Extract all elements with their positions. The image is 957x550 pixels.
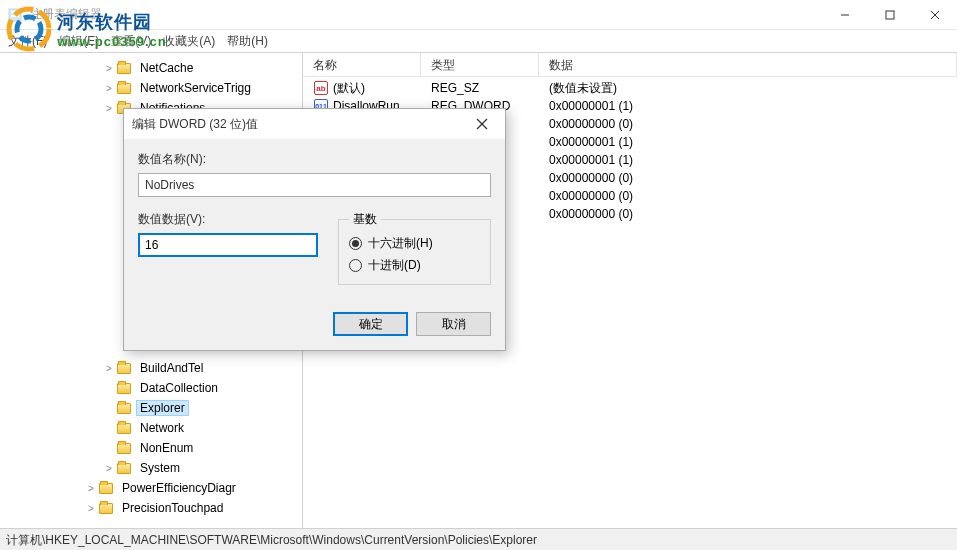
- header-name[interactable]: 名称: [303, 53, 421, 76]
- header-type[interactable]: 类型: [421, 53, 539, 76]
- tree-label: NetworkServiceTrigg: [136, 81, 255, 95]
- svg-rect-3: [11, 11, 19, 13]
- expand-icon[interactable]: >: [102, 83, 116, 94]
- tree-item[interactable]: >BuildAndTel: [0, 358, 302, 378]
- value-data-input[interactable]: [138, 233, 318, 257]
- svg-rect-6: [886, 11, 894, 19]
- tree-item[interactable]: Explorer: [0, 398, 302, 418]
- list-header: 名称 类型 数据: [303, 53, 957, 77]
- value-name-input[interactable]: [138, 173, 491, 197]
- value-name: (默认): [333, 80, 365, 97]
- tree-label: Network: [136, 421, 188, 435]
- tree-item[interactable]: >NetworkServiceTrigg: [0, 78, 302, 98]
- tree-label: Explorer: [136, 400, 189, 416]
- window-title: 注册表编辑器: [30, 6, 822, 23]
- expand-icon[interactable]: >: [102, 363, 116, 374]
- tree-label: NonEnum: [136, 441, 197, 455]
- value-data-label: 数值数据(V):: [138, 211, 318, 228]
- radio-dec-label: 十进制(D): [368, 257, 421, 274]
- folder-icon: [116, 441, 132, 455]
- expand-icon[interactable]: >: [102, 103, 116, 114]
- menu-edit[interactable]: 编辑(E): [59, 33, 99, 50]
- tree-item[interactable]: >NetCache: [0, 58, 302, 78]
- value-data: (数值未设置): [539, 80, 957, 97]
- base-legend: 基数: [349, 211, 381, 228]
- folder-icon: [98, 481, 114, 495]
- menu-help[interactable]: 帮助(H): [227, 33, 268, 50]
- expand-icon[interactable]: >: [84, 483, 98, 494]
- ok-button[interactable]: 确定: [333, 312, 408, 336]
- tree-item[interactable]: Network: [0, 418, 302, 438]
- maximize-button[interactable]: [867, 0, 912, 30]
- folder-icon: [116, 361, 132, 375]
- titlebar: 注册表编辑器: [0, 0, 957, 30]
- radio-hex-label: 十六进制(H): [368, 235, 433, 252]
- tree-item[interactable]: >PrecisionTouchpad: [0, 498, 302, 518]
- svg-rect-4: [11, 15, 19, 17]
- menu-favorites[interactable]: 收藏夹(A): [163, 33, 215, 50]
- cancel-button[interactable]: 取消: [416, 312, 491, 336]
- value-data: 0x00000000 (0): [539, 189, 957, 203]
- edit-dword-dialog: 编辑 DWORD (32 位)值 数值名称(N): 数值数据(V): 基数 十六…: [123, 108, 506, 351]
- value-data: 0x00000000 (0): [539, 207, 957, 221]
- tree-item[interactable]: DataCollection: [0, 378, 302, 398]
- status-path: 计算机\HKEY_LOCAL_MACHINE\SOFTWARE\Microsof…: [6, 533, 537, 547]
- value-type: REG_SZ: [421, 81, 539, 95]
- base-fieldset: 基数 十六进制(H) 十进制(D): [338, 211, 491, 285]
- dialog-titlebar[interactable]: 编辑 DWORD (32 位)值: [124, 109, 505, 139]
- tree-item[interactable]: >System: [0, 458, 302, 478]
- tree-item[interactable]: >PowerEfficiencyDiagr: [0, 478, 302, 498]
- tree-label: PrecisionTouchpad: [118, 501, 227, 515]
- radio-dec-icon: [349, 259, 362, 272]
- close-button[interactable]: [912, 0, 957, 30]
- tree-label: NetCache: [136, 61, 197, 75]
- folder-icon: [116, 61, 132, 75]
- menu-file[interactable]: 文件(F): [8, 33, 47, 50]
- value-data: 0x00000001 (1): [539, 99, 957, 113]
- header-data[interactable]: 数据: [539, 53, 957, 76]
- radio-dec[interactable]: 十进制(D): [349, 254, 480, 276]
- folder-icon: [116, 81, 132, 95]
- value-data: 0x00000000 (0): [539, 117, 957, 131]
- radio-hex[interactable]: 十六进制(H): [349, 232, 480, 254]
- tree-label: DataCollection: [136, 381, 222, 395]
- tree-label: System: [136, 461, 184, 475]
- tree-label: BuildAndTel: [136, 361, 207, 375]
- value-name-label: 数值名称(N):: [138, 151, 491, 168]
- tree-item[interactable]: NonEnum: [0, 438, 302, 458]
- app-icon: [7, 7, 23, 23]
- folder-icon: [116, 421, 132, 435]
- expand-icon[interactable]: >: [102, 63, 116, 74]
- radio-hex-icon: [349, 237, 362, 250]
- expand-icon[interactable]: >: [102, 463, 116, 474]
- folder-icon: [116, 461, 132, 475]
- list-row[interactable]: ab(默认)REG_SZ(数值未设置): [303, 79, 957, 97]
- menu-view[interactable]: 查看(V): [111, 33, 151, 50]
- minimize-button[interactable]: [822, 0, 867, 30]
- dialog-close-button[interactable]: [467, 112, 497, 136]
- string-value-icon: ab: [313, 80, 329, 96]
- folder-icon: [116, 381, 132, 395]
- dialog-title: 编辑 DWORD (32 位)值: [132, 116, 467, 133]
- expand-icon[interactable]: >: [84, 503, 98, 514]
- value-data: 0x00000001 (1): [539, 153, 957, 167]
- status-bar: 计算机\HKEY_LOCAL_MACHINE\SOFTWARE\Microsof…: [0, 528, 957, 550]
- value-data: 0x00000001 (1): [539, 135, 957, 149]
- tree-label: PowerEfficiencyDiagr: [118, 481, 240, 495]
- folder-icon: [116, 401, 132, 415]
- folder-icon: [98, 501, 114, 515]
- menu-bar: 文件(F) 编辑(E) 查看(V) 收藏夹(A) 帮助(H): [0, 30, 957, 52]
- value-data: 0x00000000 (0): [539, 171, 957, 185]
